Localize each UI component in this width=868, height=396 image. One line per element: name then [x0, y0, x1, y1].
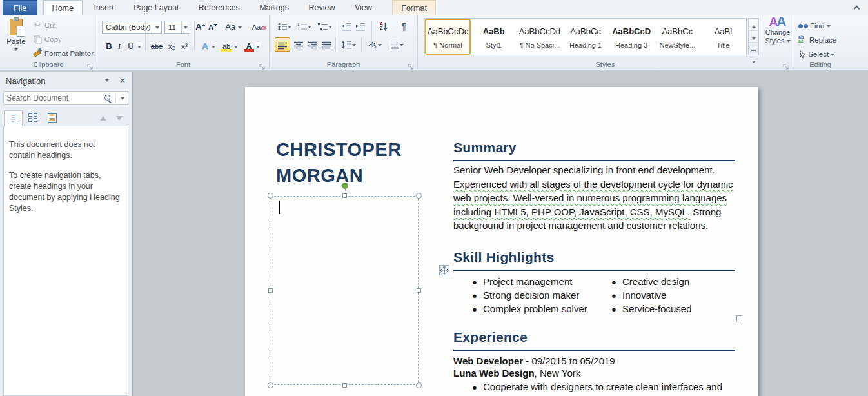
line-spacing-button[interactable] [339, 37, 358, 52]
select-button[interactable]: Select [798, 48, 834, 61]
underline-button[interactable]: U [126, 40, 136, 53]
tab-view[interactable]: View [346, 0, 380, 15]
font-color-caret[interactable] [256, 46, 260, 48]
style-normal[interactable]: AaBbCcDc ¶ Normal [425, 19, 471, 55]
align-left-button[interactable] [275, 37, 290, 52]
decrease-indent-button[interactable] [339, 19, 353, 34]
grow-font-button[interactable]: A [194, 21, 207, 34]
tab-page-layout[interactable]: Page Layout [125, 0, 187, 15]
sort-button[interactable]: AZ [375, 19, 392, 34]
font-name-select[interactable]: Calibri (Body) [102, 21, 162, 34]
search-icon[interactable] [104, 94, 112, 103]
increase-indent-icon [355, 23, 366, 31]
find-button[interactable]: Find [798, 19, 831, 32]
bullet-icon: ● [472, 302, 483, 316]
tab-format[interactable]: Format [392, 0, 436, 15]
line-spacing-icon [341, 41, 352, 49]
clipboard-dialog-launcher-icon[interactable] [87, 61, 94, 68]
multilevel-caret [328, 26, 332, 28]
superscript-button[interactable]: x² [179, 40, 190, 53]
paragraph-dialog-launcher-icon[interactable] [408, 61, 414, 68]
multilevel-list-button[interactable] [316, 19, 334, 34]
copy-button[interactable]: Copy [32, 33, 62, 46]
borders-button[interactable] [387, 37, 408, 52]
navigation-options-caret[interactable] [105, 79, 109, 82]
tab-references[interactable]: References [190, 0, 248, 15]
style-styl1[interactable]: AaBb Styl1 [471, 19, 517, 55]
italic-button[interactable]: I [115, 40, 123, 53]
resume-name: CHRISTOPER MORGAN [276, 137, 402, 188]
summary-text-start: Senior Web Developer specializing in fro… [453, 164, 715, 175]
justify-button[interactable] [320, 37, 334, 52]
document-page[interactable]: CHRISTOPER MORGAN Summary Senior Web Dev… [245, 87, 758, 396]
textbox-handle-top-left[interactable] [268, 193, 273, 199]
next-heading-icon[interactable] [116, 116, 123, 121]
search-options-caret[interactable] [121, 97, 124, 100]
style-newstyle[interactable]: AaBbCc NewStyle... [655, 19, 700, 55]
styles-scroll-down-button[interactable] [749, 31, 758, 43]
underline-caret[interactable] [137, 46, 141, 48]
group-paragraph: 12 AZ ¶ [270, 15, 418, 70]
textbox-handle-bottom-middle[interactable] [342, 383, 347, 388]
nav-tab-results[interactable] [43, 110, 61, 126]
tab-review[interactable]: Review [300, 0, 343, 15]
style-label: Title [700, 41, 746, 49]
paste-dropdown-caret[interactable] [14, 48, 18, 51]
textbox-handle-bottom-right[interactable] [416, 382, 422, 388]
bold-button[interactable]: B [104, 40, 114, 53]
tab-insert[interactable]: Insert [85, 0, 122, 15]
textbox-handle-bottom-left[interactable] [268, 382, 273, 388]
style-no-spacing[interactable]: AaBbCcDd ¶ No Spaci... [517, 19, 562, 55]
increase-indent-button[interactable] [353, 19, 368, 34]
styles-scroll-up-button[interactable] [749, 19, 758, 31]
text-effects-caret[interactable] [212, 46, 215, 48]
replace-button[interactable]: abacReplace [798, 34, 836, 46]
show-paragraph-marks-button[interactable]: ¶ [397, 19, 410, 34]
cut-button[interactable]: ✂Cut [32, 19, 56, 32]
text-highlight-button[interactable]: ab [220, 40, 233, 53]
numbering-button[interactable]: 12 [295, 19, 313, 34]
subscript-button[interactable]: x₂ [166, 40, 177, 53]
nav-tab-pages[interactable] [23, 110, 42, 126]
textbox-handle-middle-left[interactable] [268, 288, 273, 293]
collapse-ribbon-icon[interactable] [853, 4, 862, 12]
shrink-font-button[interactable]: A [207, 21, 219, 34]
styles-gallery-scroll [748, 18, 759, 55]
textbox-handle-top-middle[interactable] [342, 193, 347, 198]
change-styles-button[interactable]: AA Change Styles [762, 17, 793, 65]
align-right-button[interactable] [306, 37, 320, 52]
nav-tab-headings[interactable] [4, 110, 23, 126]
styles-dialog-launcher-icon[interactable] [783, 61, 789, 68]
tab-file[interactable]: File [3, 0, 37, 15]
strikethrough-button[interactable]: abe [149, 40, 164, 53]
paste-button[interactable]: Paste [3, 17, 29, 64]
close-icon[interactable]: ✕ [118, 76, 127, 85]
textbox-handle-top-right[interactable] [416, 193, 422, 199]
align-center-button[interactable] [291, 37, 306, 52]
textbox-handle-middle-right[interactable] [417, 288, 421, 293]
table-resize-handle[interactable] [736, 315, 742, 321]
font-size-select[interactable]: 11 [164, 21, 190, 34]
styles-more-button[interactable] [749, 43, 758, 55]
font-color-button[interactable]: A [243, 40, 255, 53]
font-color-bar [244, 49, 254, 52]
rotate-handle[interactable] [342, 183, 348, 189]
previous-heading-icon[interactable] [100, 116, 106, 121]
style-heading-3[interactable]: AaBbCcD Heading 3 [609, 19, 655, 55]
clear-formatting-button[interactable]: Aa [251, 21, 268, 34]
tab-home[interactable]: Home [43, 0, 83, 15]
table-move-handle[interactable] [439, 265, 449, 275]
style-title[interactable]: AaBl Title [700, 19, 746, 55]
highlight-caret[interactable] [234, 46, 238, 48]
font-dialog-launcher-icon[interactable] [259, 61, 266, 68]
format-painter-button[interactable]: Format Painter [32, 47, 94, 60]
bullets-button[interactable] [276, 19, 293, 34]
style-preview: AaBbCc [655, 23, 700, 40]
change-case-button[interactable]: Aa [224, 21, 243, 34]
text-effects-button[interactable]: A [199, 40, 211, 53]
selected-textbox[interactable] [271, 196, 419, 385]
shading-button[interactable] [365, 37, 384, 52]
tab-mailings[interactable]: Mailings [251, 0, 297, 15]
style-heading-1[interactable]: AaBbCc Heading 1 [562, 19, 608, 55]
search-input[interactable] [6, 93, 90, 103]
